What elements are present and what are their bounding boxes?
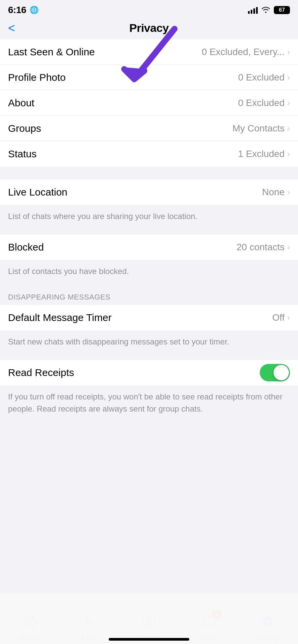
- status-row[interactable]: Status 1 Excluded ›: [0, 141, 298, 167]
- status-time: 6:16: [8, 5, 26, 15]
- last-seen-row[interactable]: Last Seen & Online 0 Excluded, Every... …: [0, 39, 298, 65]
- chevron-icon: ›: [287, 313, 290, 322]
- tab-settings-label: Settings: [255, 633, 282, 642]
- live-location-row[interactable]: Live Location None ›: [0, 179, 298, 205]
- live-location-description: List of chats where you are sharing your…: [0, 206, 298, 228]
- tab-calls[interactable]: Calls: [69, 611, 109, 642]
- svg-point-5: [266, 619, 270, 623]
- blocked-description: List of contacts you have blocked.: [0, 261, 298, 283]
- tab-bar: Status Calls Camera 3 Chats: [0, 605, 298, 644]
- nav-header: < Privacy: [0, 18, 298, 39]
- svg-rect-3: [143, 618, 155, 626]
- chevron-icon: ›: [287, 243, 290, 252]
- read-receipts-toggle[interactable]: [260, 364, 290, 381]
- chevron-icon: ›: [287, 124, 290, 133]
- camera-icon: [142, 614, 156, 629]
- about-row[interactable]: About 0 Excluded ›: [0, 90, 298, 116]
- privacy-section: Last Seen & Online 0 Excluded, Every... …: [0, 39, 298, 167]
- blocked-row[interactable]: Blocked 20 contacts ›: [0, 234, 298, 260]
- battery-icon: 67: [274, 6, 290, 14]
- svg-point-1: [28, 619, 32, 623]
- default-message-timer-row[interactable]: Default Message Timer Off ›: [0, 305, 298, 330]
- tab-status-label: Status: [19, 633, 40, 642]
- blocked-section: Blocked 20 contacts ›: [0, 234, 298, 260]
- disappearing-section: Default Message Timer Off ›: [0, 305, 298, 330]
- page-title: Privacy: [129, 21, 169, 35]
- back-button[interactable]: <: [8, 21, 15, 35]
- tab-camera[interactable]: Camera: [129, 611, 169, 642]
- chevron-icon: ›: [287, 149, 290, 159]
- status-icons: 67: [248, 6, 290, 15]
- status-bar: 6:16 🌐 67: [0, 0, 298, 18]
- tab-settings[interactable]: Settings: [248, 611, 288, 642]
- groups-row[interactable]: Groups My Contacts ›: [0, 116, 298, 141]
- wifi-icon: [261, 6, 270, 15]
- tab-chats-label: Chats: [199, 633, 218, 642]
- disappearing-messages-header: DISAPPEARING MESSAGES: [0, 283, 298, 305]
- svg-point-2: [31, 616, 35, 620]
- chevron-icon: ›: [287, 47, 290, 57]
- svg-point-4: [147, 620, 151, 625]
- chevron-icon: ›: [287, 73, 290, 82]
- profile-photo-row[interactable]: Profile Photo 0 Excluded ›: [0, 65, 298, 90]
- live-location-section: Live Location None ›: [0, 179, 298, 205]
- globe-icon: 🌐: [30, 6, 39, 14]
- signal-icon: [248, 6, 258, 14]
- tab-chats[interactable]: 3 Chats: [189, 611, 229, 642]
- settings-icon: [261, 614, 276, 629]
- read-receipts-row[interactable]: Read Receipts: [0, 360, 298, 385]
- calls-icon: [82, 614, 97, 629]
- tab-status[interactable]: Status: [10, 611, 50, 642]
- chats-badge: 3: [212, 610, 221, 619]
- disappearing-description: Start new chats with disappearing messag…: [0, 331, 298, 354]
- status-icon: [22, 614, 37, 629]
- read-receipts-section: Read Receipts: [0, 360, 298, 385]
- chevron-icon: ›: [287, 98, 290, 108]
- chevron-icon: ›: [287, 187, 290, 197]
- tab-calls-label: Calls: [81, 633, 98, 642]
- read-receipts-description: If you turn off read receipts, you won't…: [0, 386, 298, 421]
- tab-camera-label: Camera: [136, 633, 162, 642]
